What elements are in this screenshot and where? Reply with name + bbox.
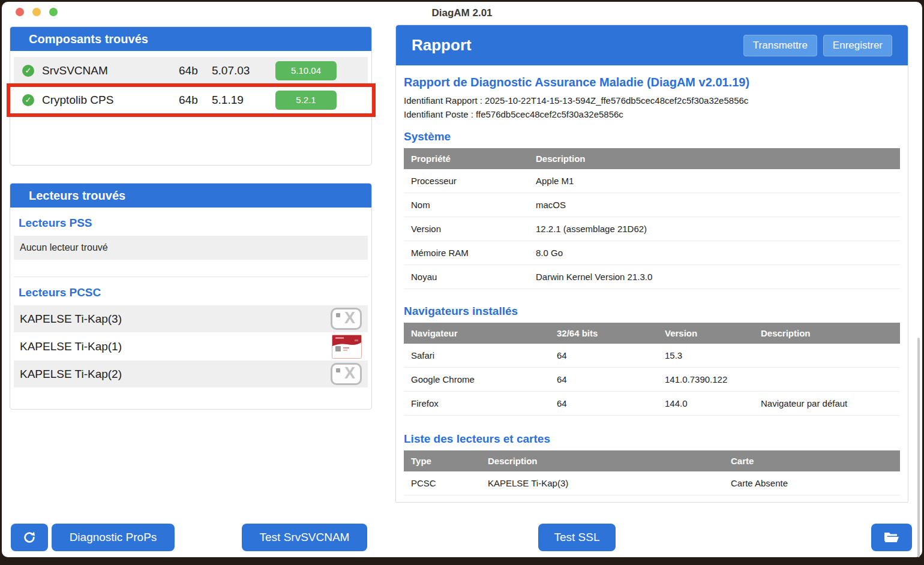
title-bar: DiagAM 2.01 (2, 2, 922, 25)
cell: Nom (404, 193, 529, 217)
reader-name: KAPELSE Ti-Kap(3) (20, 312, 122, 326)
open-folder-icon (884, 531, 899, 543)
cell: 8.0 Go (529, 241, 900, 265)
transmettre-button[interactable]: Transmettre (743, 35, 817, 56)
reader-row: KAPELSE Ti-Kap(1) (14, 333, 368, 360)
latest-version-badge: 5.2.1 (275, 91, 337, 110)
report-id-poste: Identifiant Poste : ffe576db5cec48cef2c5… (404, 107, 900, 121)
navigateurs-table: Navigateur 32/64 bits Version Descriptio… (404, 323, 900, 416)
table-row: ProcesseurApple M1 (404, 169, 900, 193)
column-header: Type (404, 450, 481, 471)
component-name: Cryptolib CPS (42, 94, 179, 107)
card-chip-icon (336, 368, 340, 372)
card-absent-icon: X (331, 363, 362, 385)
cell: Version (404, 217, 529, 241)
table-row: Google Chrome64141.0.7390.122 (404, 368, 900, 392)
window-title: DiagAM 2.01 (2, 7, 922, 19)
systeme-table: Propriété Description ProcesseurApple M1… (404, 148, 900, 289)
component-row: ✓ SrvSVCNAM 64b 5.07.03 5.10.04 (14, 57, 368, 84)
component-version: 5.1.19 (212, 94, 267, 107)
cps-card-present-icon (332, 335, 362, 359)
lecteurs-pss-title: Lecteurs PSS (19, 217, 371, 230)
reader-name: KAPELSE Ti-Kap(2) (20, 368, 122, 381)
component-version: 5.07.03 (212, 64, 267, 77)
column-header: Version (658, 323, 754, 344)
column-header: Description (754, 323, 900, 344)
card-chip-icon (336, 313, 340, 317)
lecteurs-cartes-section-title: Liste des lecteurs et cartes (404, 432, 900, 446)
cell: 64 (550, 368, 658, 392)
report-id-rapport: Identifiant Rapport : 2025-10-22T14-15-1… (404, 94, 900, 107)
rapport-panel: Rapport Transmettre Enregistrer Rapport … (395, 25, 908, 503)
table-row: PCSCKAPELSE Ti-Kap(1)Cps présente (404, 495, 900, 503)
lecteurs-header: Lecteurs trouvés (10, 184, 371, 208)
component-row: ✓ Cryptolib CPS 64b 5.1.19 5.2.1 (14, 86, 368, 113)
cell: Google Chrome (404, 368, 550, 392)
cell: Safari (404, 344, 550, 368)
cell: Darwin Kernel Version 21.3.0 (529, 265, 900, 289)
component-bits: 64b (179, 64, 212, 77)
refresh-button[interactable] (11, 524, 48, 551)
lecteurs-pcsc-title: Lecteurs PCSC (19, 286, 371, 299)
table-row: NoyauDarwin Kernel Version 21.3.0 (404, 265, 900, 289)
card-absent-icon: X (331, 308, 362, 330)
cell: Navigateur par défaut (754, 392, 900, 416)
table-header-row: Navigateur 32/64 bits Version Descriptio… (404, 323, 900, 344)
divider (14, 277, 368, 277)
card-absent-x: X (344, 310, 355, 326)
vertical-scrollbar[interactable] (917, 338, 920, 557)
table-row: Firefox64144.0Navigateur par défaut (404, 392, 900, 416)
cell: 12.2.1 (assemblage 21D62) (529, 217, 900, 241)
table-row: PCSCKAPELSE Ti-Kap(3)Carte Absente (404, 471, 900, 495)
lecteurs-pss-empty: Aucun lecteur trouvé (14, 236, 368, 260)
column-header: Propriété (404, 148, 529, 169)
composants-header: Composants trouvés (10, 27, 371, 51)
lecteurs-panel: Lecteurs trouvés Lecteurs PSS Aucun lect… (10, 183, 372, 410)
cell: KAPELSE Ti-Kap(1) (481, 495, 724, 503)
open-folder-button[interactable] (871, 524, 912, 551)
column-header: Description (481, 450, 724, 471)
table-row: NommacOS (404, 193, 900, 217)
diagnostic-props-button[interactable]: Diagnostic ProPs (52, 524, 175, 551)
test-ssl-button[interactable]: Test SSL (538, 524, 616, 551)
cell: Firefox (404, 392, 550, 416)
column-header: Carte (724, 450, 900, 471)
cell: Mémoire RAM (404, 241, 529, 265)
cell: Cps présente (724, 495, 900, 503)
cell: PCSC (404, 471, 481, 495)
column-header: 32/64 bits (550, 323, 658, 344)
cell: Processeur (404, 169, 529, 193)
cell: 64 (550, 392, 658, 416)
cell: 64 (550, 344, 658, 368)
rapport-title: Rapport (412, 36, 472, 55)
column-header: Navigateur (404, 323, 550, 344)
test-srvsvcnam-button[interactable]: Test SrvSVCNAM (242, 524, 367, 551)
table-header-row: Type Description Carte (404, 450, 900, 471)
systeme-section-title: Système (404, 130, 900, 143)
cell: 141.0.7390.122 (658, 368, 754, 392)
cell: Apple M1 (529, 169, 900, 193)
table-row: Safari6415.3 (404, 344, 900, 368)
cell: PCSC (404, 495, 481, 503)
table-header-row: Propriété Description (404, 148, 900, 169)
reader-row: KAPELSE Ti-Kap(3) X (14, 305, 368, 332)
cell: Noyau (404, 265, 529, 289)
cell: Carte Absente (724, 471, 900, 495)
refresh-icon (23, 531, 36, 544)
report-heading: Rapport de Diagnostic Assurance Maladie … (404, 76, 900, 89)
component-name: SrvSVCNAM (42, 64, 179, 77)
latest-version-badge: 5.10.04 (275, 61, 337, 80)
reader-name: KAPELSE Ti-Kap(1) (20, 340, 122, 353)
enregistrer-button[interactable]: Enregistrer (823, 35, 892, 56)
cell: 144.0 (658, 392, 754, 416)
check-circle-icon: ✓ (22, 65, 34, 77)
cell (754, 344, 900, 368)
component-bits: 64b (179, 94, 212, 107)
cell: 15.3 (658, 344, 754, 368)
column-header: Description (529, 148, 900, 169)
composants-panel: Composants trouvés ✓ SrvSVCNAM 64b 5.07.… (10, 26, 372, 166)
cell: KAPELSE Ti-Kap(3) (481, 471, 724, 495)
table-row: Version12.2.1 (assemblage 21D62) (404, 217, 900, 241)
table-row: Mémoire RAM8.0 Go (404, 241, 900, 265)
card-absent-x: X (344, 365, 355, 381)
